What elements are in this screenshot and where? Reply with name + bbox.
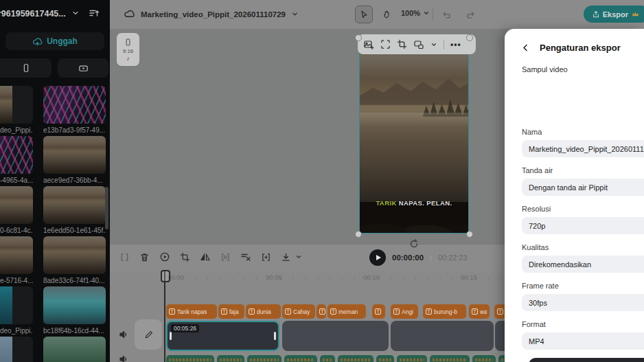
hand-tool-button[interactable] <box>378 5 396 23</box>
sidebar-scrollbar[interactable] <box>105 187 108 229</box>
quality-select[interactable]: Direkomendasikan <box>522 256 644 273</box>
crop-icon[interactable] <box>180 252 190 262</box>
text-clip[interactable]: TAngi <box>391 304 418 319</box>
picture-in-picture-icon[interactable] <box>413 39 424 50</box>
export-confirm-button[interactable] <box>529 358 644 362</box>
project-title-group[interactable]: Marketing_video_Pippit_202601110729 <box>124 8 299 20</box>
text-clip[interactable]: Tdunia <box>246 304 281 319</box>
resize-handle-bottom-right[interactable] <box>466 231 473 238</box>
text-clip-icon: T <box>319 308 325 315</box>
speed-icon[interactable] <box>159 251 170 262</box>
screen-landscape-icon <box>78 63 89 73</box>
media-item[interactable]: deo_Pippi... <box>0 86 33 134</box>
flip-icon[interactable] <box>200 251 211 262</box>
watermark-select[interactable]: Dengan tanda air Pippit <box>522 179 644 196</box>
fit-frame-icon[interactable] <box>380 39 391 49</box>
video-clip-selected[interactable]: 00:05:26 <box>166 321 279 351</box>
audio-clip[interactable] <box>217 355 244 362</box>
text-clip[interactable]: Tfaja <box>218 304 244 319</box>
audio-clip[interactable] <box>338 355 373 362</box>
hand-icon <box>382 10 392 19</box>
tab-landscape[interactable] <box>58 58 108 78</box>
text-clip-label: burung-b <box>434 308 457 315</box>
sort-icon[interactable] <box>89 8 100 19</box>
resize-handle-bottom-left[interactable] <box>355 231 362 238</box>
resize-handle-top-right[interactable] <box>466 34 473 41</box>
text-clip-icon: T <box>497 308 503 315</box>
media-item[interactable] <box>0 337 33 362</box>
delete-icon[interactable] <box>139 252 150 262</box>
video-clip[interactable] <box>282 321 389 351</box>
back-chevron-icon[interactable] <box>521 43 530 52</box>
media-item[interactable]: e-5716-4... <box>0 236 33 284</box>
text-clip[interactable]: Tp <box>372 304 385 319</box>
rotate-handle[interactable] <box>409 238 419 249</box>
video-clip[interactable] <box>391 321 494 351</box>
chevron-down-icon[interactable] <box>71 9 80 17</box>
media-item[interactable]: -4965-4a... <box>0 136 33 184</box>
audio-clip[interactable] <box>397 355 427 362</box>
media-row <box>0 337 110 362</box>
export-button[interactable]: Ekspor <box>584 5 644 23</box>
name-field[interactable]: Marketing_video_Pippit_202601110729 <box>522 140 644 157</box>
undo-icon <box>441 10 452 20</box>
text-clip[interactable]: TTarik napas <box>166 304 217 319</box>
extract-icon[interactable] <box>261 252 271 262</box>
text-clip-label: Tarik napas <box>177 308 207 315</box>
upload-button[interactable]: Unggah <box>5 32 104 50</box>
freeze-frame-icon[interactable] <box>220 252 231 262</box>
media-item[interactable] <box>43 337 106 362</box>
caption-remove-icon[interactable] <box>240 251 251 262</box>
play-icon <box>376 255 381 260</box>
selected-video-clip[interactable]: TARIK NAPAS. PELAN. <box>359 38 469 234</box>
split-icon[interactable] <box>119 252 130 262</box>
media-item[interactable]: 1e6edd50-1e61-45f... <box>43 186 106 234</box>
media-thumbnail <box>0 236 33 274</box>
media-item[interactable]: 8ade33c6-74f1-40... <box>43 236 106 284</box>
audio-clip[interactable] <box>430 355 470 362</box>
more-options-icon[interactable]: ••• <box>450 40 461 49</box>
playhead[interactable] <box>164 271 165 362</box>
media-item[interactable]: e13b7ad3-9f57-49... <box>43 86 106 134</box>
media-item[interactable]: deo_Pippi... <box>0 286 33 335</box>
audio-clip[interactable] <box>472 355 496 362</box>
field-label: Resolusi <box>522 205 644 213</box>
chevron-down-icon[interactable] <box>430 41 437 48</box>
audio-clip[interactable] <box>320 355 335 362</box>
undo-button[interactable] <box>437 5 455 23</box>
media-item[interactable]: aece9ed7-36bb-4... <box>43 136 106 184</box>
text-clip[interactable]: T <box>317 304 326 319</box>
media-thumbnail <box>0 136 33 174</box>
chevron-down-icon[interactable] <box>291 10 299 18</box>
format-select[interactable]: MP4 <box>522 332 644 350</box>
audio-clip[interactable] <box>247 355 281 362</box>
ruler-label: 00:10 <box>363 273 380 281</box>
resolution-select[interactable]: 720p <box>522 217 644 234</box>
audio-clip[interactable] <box>376 355 394 362</box>
text-clip[interactable]: Twa <box>469 304 490 319</box>
audio-clip[interactable] <box>166 355 214 362</box>
media-item[interactable]: bc18f64b-16cd-44... <box>43 286 106 335</box>
audio-clip[interactable] <box>284 355 317 362</box>
ruler-label: 00:15 <box>461 273 477 281</box>
resize-handle-top-left[interactable] <box>355 34 362 41</box>
redo-button[interactable] <box>461 5 479 23</box>
crop-icon[interactable] <box>397 39 407 49</box>
mist-art <box>360 113 468 126</box>
replace-media-icon[interactable] <box>363 39 374 50</box>
text-clip[interactable]: TCahay <box>282 304 315 319</box>
aspect-ratio-card[interactable]: 9:16 ♪ <box>117 33 139 66</box>
zoom-level-control[interactable]: 100% <box>401 9 430 17</box>
chevron-down-icon[interactable] <box>295 253 302 260</box>
timeline-tools <box>119 251 302 262</box>
download-icon[interactable] <box>281 252 291 262</box>
play-button[interactable] <box>369 249 386 266</box>
select-tool-button[interactable] <box>355 5 373 23</box>
tab-portrait[interactable] <box>0 58 51 78</box>
text-clip[interactable]: Tmeman <box>327 304 366 319</box>
media-item[interactable]: 0-6c81-4c... <box>0 186 33 234</box>
text-clip[interactable]: Tburung-b <box>423 304 466 319</box>
framerate-select[interactable]: 30fps <box>522 294 644 311</box>
account-name[interactable]: r961959617445... <box>0 9 66 19</box>
video-caption[interactable]: TARIK NAPAS. PELAN. <box>360 199 468 207</box>
